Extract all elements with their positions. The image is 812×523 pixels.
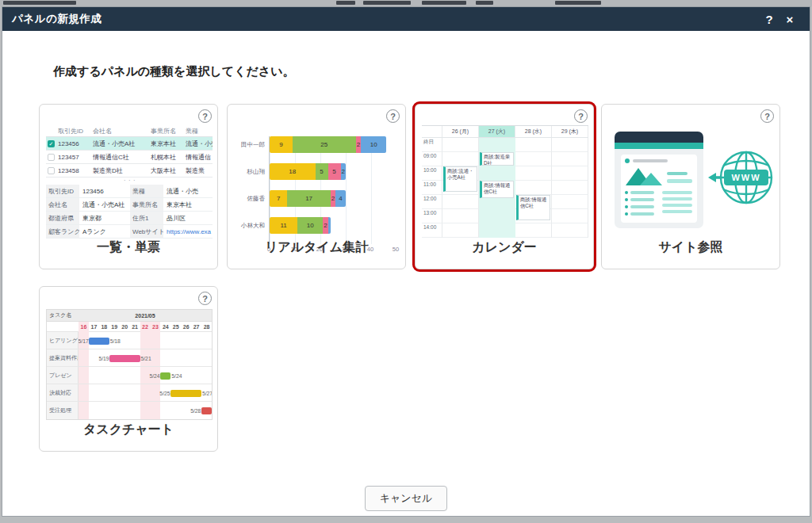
gantt-date-cell: 28 [201, 322, 212, 332]
category-label: 佐藤香 [234, 190, 269, 207]
table-cell: 情報通信C社 [93, 153, 151, 162]
time-label: 09:00 [422, 152, 442, 166]
new-panel-dialog: パネルの新規作成 ? × 作成するパネルの種類を選択してください。 ? 取引先I… [2, 6, 810, 517]
background-artifact [3, 1, 76, 5]
gantt-task-row: 提案資料作成 5/19 5/21 [47, 349, 212, 367]
gantt-chart: タスク名 2021/05 16 17 18 19 20 21 22 23 24 … [46, 309, 213, 420]
form-row: 取引先ID 123456 業種 流通・小売 [46, 185, 213, 198]
table-header-cell: 会社名 [93, 127, 151, 136]
form-row: 会社名 流通・小売A社 事業所名 東京本社 [46, 198, 213, 212]
calendar-event: 商談:情報通信C社 [516, 195, 550, 220]
form-value: 東京都 [79, 212, 128, 224]
form-label: Webサイト [130, 225, 163, 238]
table-header-cell: 業種 [186, 127, 213, 136]
card-help-icon[interactable]: ? [198, 109, 212, 123]
gantt-date-row: 16 17 18 19 20 21 22 23 24 25 26 27 28 [47, 322, 212, 332]
gantt-date-cell: 25 [170, 322, 181, 332]
bar-segment: 5 [316, 163, 328, 180]
card-help-icon[interactable]: ? [574, 109, 588, 123]
gantt-date-cell: 19 [109, 322, 120, 332]
bar-segment: 10 [297, 217, 323, 234]
day-header-cell-today: 27 (火) [479, 126, 515, 137]
gantt-bar-end-label: 5/18 [110, 338, 121, 344]
gantt-bar [89, 338, 109, 345]
form-value: 流通・小売A社 [79, 198, 128, 211]
form-label: 住所1 [130, 212, 163, 224]
card-label: タスクチャート [40, 422, 217, 438]
category-label: 田中一郎 [234, 136, 269, 153]
background-page [0, 0, 812, 6]
time-label: 14:00 [422, 223, 442, 238]
bar-segment: 18 [270, 163, 316, 180]
bar-segment: 17 [287, 190, 330, 207]
gantt-date-cell: 18 [99, 322, 109, 332]
gantt-date-cell: 21 [130, 322, 140, 332]
bar-segment: 5 [328, 163, 341, 180]
table-cell: 製造業 [186, 166, 213, 175]
gantt-bar [201, 407, 212, 414]
close-icon[interactable]: × [779, 13, 800, 26]
gantt-bar-start-label: 5/28 [190, 408, 201, 414]
table-row-selected: ✓ 123456 流通・小売A社 東京本社 流通・小売 [46, 137, 213, 151]
panel-card-site[interactable]: ? [601, 104, 780, 269]
time-label: 10:00 [422, 166, 442, 181]
card-help-icon[interactable]: ? [198, 292, 212, 305]
table-cell: 情報通信 [186, 153, 213, 162]
chart-plot-area: 9 25 2 10 18 5 5 2 7 17 2 [269, 136, 396, 244]
gantt-date-cell: 26 [181, 322, 191, 332]
calendar-preview: 26 (月) 27 (火) 28 (水) 29 (木) 終日 09:00 10:… [422, 125, 588, 237]
dialog-title: パネルの新規作成 [12, 12, 102, 26]
checkbox-unchecked-icon [48, 167, 55, 174]
table-header-cell: 取引先ID [58, 127, 93, 136]
card-help-icon[interactable]: ? [760, 109, 774, 123]
checkbox-unchecked-icon [48, 154, 55, 161]
bar-row: 9 25 2 10 [270, 136, 396, 153]
panel-card-realtime[interactable]: ? 田中一郎 杉山翔 佐藤香 小林大和 9 25 2 10 [227, 104, 406, 269]
time-label: 12:00 [422, 195, 442, 209]
card-help-icon[interactable]: ? [386, 109, 400, 123]
bar-segment: 2 [341, 163, 346, 180]
time-label: 終日 [422, 138, 442, 152]
panel-card-calendar[interactable]: ? 26 (月) 27 (火) 28 (水) 29 (木) 終日 09:00 1… [415, 104, 594, 269]
checkbox-checked-icon: ✓ [48, 140, 55, 147]
gantt-bar-end-label: 5/27 [202, 391, 212, 396]
calendar-event: 商談:流通・小売A社 [443, 166, 477, 192]
dialog-titlebar: パネルの新規作成 ? × [2, 7, 810, 31]
day-header-cell: 26 (月) [442, 126, 479, 137]
gantt-task-name: 提案資料作成 [47, 349, 79, 366]
bar-segment: 9 [270, 136, 293, 153]
day-header-cell: 28 (水) [515, 126, 552, 137]
browser-window-icon [615, 132, 703, 228]
panel-card-list[interactable]: ? 取引先ID 会社名 事業所名 業種 ✓ 123456 流通・小売A社 東京本… [39, 104, 218, 269]
site-illustration: WWW [610, 128, 773, 238]
form-label: 取引先ID [46, 185, 79, 197]
panel-card-task[interactable]: ? タスク名 2021/05 16 17 18 19 20 21 22 23 2… [39, 286, 218, 452]
category-label: 小林大和 [234, 217, 269, 234]
calendar-corner [422, 126, 442, 137]
table-row: 123458 製造業D社 大阪本社 製造業 [46, 164, 213, 178]
gantt-bar-end-label: 5/21 [140, 356, 151, 361]
gantt-date-cell: 17 [89, 322, 99, 332]
gantt-task-name: プレゼン [47, 367, 79, 384]
cancel-button[interactable]: キャンセル [365, 486, 448, 511]
ellipsis: ・・・ [46, 178, 213, 185]
gantt-date-cell: 24 [160, 322, 170, 332]
help-icon[interactable]: ? [759, 13, 779, 26]
background-artifact [476, 1, 493, 5]
background-artifact [363, 1, 411, 5]
calendar-header-row: 26 (月) 27 (火) 28 (水) 29 (木) [422, 126, 588, 138]
form-value: 流通・小売 [163, 185, 213, 197]
background-artifact [336, 1, 355, 5]
form-value: 品川区 [163, 212, 213, 224]
gantt-bar [109, 355, 140, 362]
gantt-date-cell: 22 [140, 322, 151, 332]
day-header-cell: 29 (木) [552, 126, 588, 137]
www-banner: WWW [724, 170, 768, 185]
time-label: 13:00 [422, 209, 442, 223]
bar-segment: 4 [335, 190, 346, 207]
table-cell: 製造業D社 [93, 166, 151, 175]
form-label: 事業所名 [130, 198, 163, 211]
bar-segment [328, 217, 331, 234]
list-preview: 取引先ID 会社名 事業所名 業種 ✓ 123456 流通・小売A社 東京本社 … [46, 125, 213, 239]
gantt-date-cell: 20 [120, 322, 130, 332]
